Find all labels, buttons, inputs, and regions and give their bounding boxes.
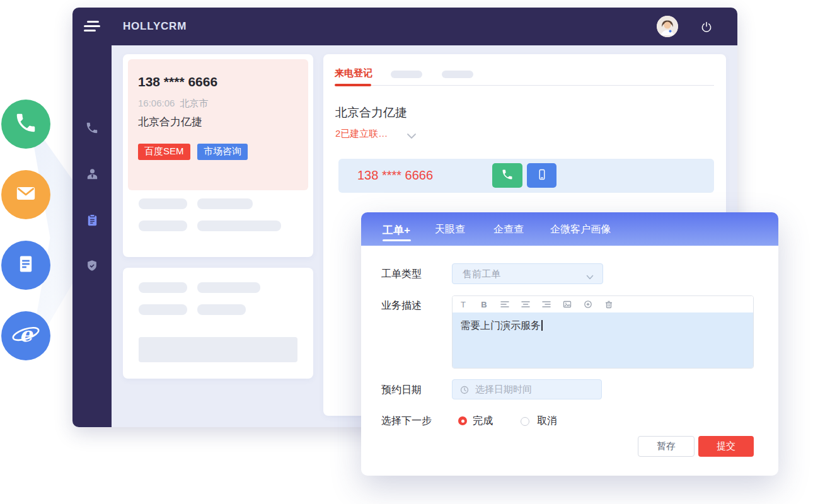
placeholder-bar [197, 282, 260, 293]
tab-placeholder[interactable] [442, 71, 473, 78]
tab-call-register[interactable]: 来电登记 [335, 67, 372, 79]
text-format-icon[interactable]: T [459, 300, 468, 309]
call-button[interactable] [492, 163, 522, 188]
editor-toolbar: T B [453, 296, 753, 312]
register-company: 北京合力亿捷 [335, 105, 407, 121]
phone-icon [14, 111, 38, 137]
tag-baidu-sem: 百度SEM [138, 144, 190, 160]
radio-cancel-label[interactable]: 取消 [537, 415, 557, 428]
call-icon [501, 168, 514, 183]
tab-tianyancha[interactable]: 天眼查 [435, 223, 465, 236]
text-cursor [541, 320, 543, 331]
workorder-type-value: 售前工单 [463, 268, 500, 280]
tab-placeholder[interactable] [391, 71, 422, 78]
incoming-call-card: 138 **** 6666 16:06:06北京市 北京合力亿捷 百度SEM 市… [123, 54, 313, 257]
radio-complete[interactable] [458, 416, 467, 425]
call-meta: 16:06:06北京市 [138, 98, 298, 110]
description-editor: T B 需要上门演示服务 [452, 295, 754, 369]
workorder-popup: 工单+ 天眼查 企查查 企微客户画像 工单类型 售前工单 业务描述 T B [361, 212, 778, 476]
active-tab-underline [383, 239, 411, 241]
svg-text:e: e [20, 322, 34, 346]
field-label-type: 工单类型 [381, 268, 422, 281]
popup-header: 工单+ 天眼查 企查查 企微客户画像 [361, 212, 778, 246]
sidebar-item-contacts[interactable] [72, 163, 112, 188]
tag-market-inquiry: 市场咨询 [197, 144, 248, 160]
sidebar [72, 45, 112, 427]
image-icon[interactable] [563, 300, 572, 309]
caller-number: 138 **** 6666 [138, 74, 298, 89]
tab-qichacha[interactable]: 企查查 [493, 223, 524, 236]
placeholder-bar [139, 304, 187, 315]
divider [335, 85, 714, 86]
mail-icon [13, 181, 38, 209]
caller-company: 北京合力亿捷 [138, 115, 298, 129]
menu-icon[interactable] [84, 21, 101, 32]
launcher-phone-button[interactable] [1, 100, 50, 149]
contacts-icon [85, 167, 100, 184]
register-phone-number: 138 **** 6666 [357, 168, 433, 183]
field-label-next-step: 选择下一步 [381, 415, 432, 428]
power-icon[interactable] [700, 21, 713, 33]
shield-icon [85, 259, 99, 275]
sidebar-item-calls[interactable] [72, 117, 112, 142]
workorder-type-select[interactable]: 售前工单 [452, 263, 603, 284]
field-label-date: 预约日期 [381, 384, 422, 397]
description-textarea[interactable]: 需要上门演示服务 [453, 312, 753, 369]
launcher-mail-button[interactable] [1, 170, 50, 219]
app-title: HOLLYCRM [123, 20, 187, 33]
zoom-in-icon[interactable] [584, 300, 592, 309]
date-placeholder: 选择日期时间 [475, 384, 532, 396]
launcher-form-button[interactable] [1, 241, 50, 290]
clock-icon [460, 386, 469, 397]
date-picker-input[interactable]: 选择日期时间 [452, 379, 602, 399]
launcher-browser-button[interactable]: e [1, 311, 50, 360]
ie-browser-icon: e [11, 320, 40, 352]
bold-icon[interactable]: B [480, 300, 488, 309]
save-draft-button[interactable]: 暂存 [638, 436, 695, 457]
placeholder-bar [139, 198, 187, 209]
phone-icon [85, 121, 99, 137]
page: e HOLLYCRM [0, 0, 813, 504]
field-label-desc: 业务描述 [381, 299, 422, 312]
align-left-icon[interactable] [500, 300, 509, 309]
description-text: 需要上门演示服务 [460, 320, 541, 331]
radio-cancel[interactable] [521, 417, 529, 426]
mobile-call-button[interactable] [527, 163, 556, 188]
placeholder-bar [139, 220, 187, 231]
relation-status[interactable]: 2已建立联… [335, 128, 388, 140]
topbar: HOLLYCRM [72, 8, 737, 45]
align-center-icon[interactable] [521, 300, 530, 309]
placeholder-bar [139, 282, 187, 293]
document-icon [13, 251, 38, 279]
chevron-down-icon[interactable] [407, 130, 417, 142]
trash-icon[interactable] [604, 300, 613, 309]
clipboard-icon [85, 213, 100, 230]
call-city: 北京市 [180, 98, 208, 108]
tag-list: 百度SEM 市场咨询 [138, 144, 298, 160]
mobile-icon [536, 168, 548, 183]
avatar[interactable] [657, 16, 678, 37]
align-right-icon[interactable] [542, 300, 551, 309]
placeholder-bar [197, 304, 246, 315]
tab-workorder[interactable]: 工单+ [383, 223, 410, 238]
secondary-card [123, 268, 313, 379]
sidebar-item-workorders[interactable] [72, 209, 112, 234]
sidebar-item-security[interactable] [72, 255, 112, 280]
chevron-down-icon [586, 272, 594, 283]
call-info-panel: 138 **** 6666 16:06:06北京市 北京合力亿捷 百度SEM 市… [128, 59, 308, 190]
placeholder-bar [197, 198, 253, 209]
placeholder-block [139, 337, 297, 362]
tab-wecom-profile[interactable]: 企微客户画像 [550, 223, 611, 236]
phone-action-bar: 138 **** 6666 [338, 159, 714, 193]
submit-button[interactable]: 提交 [698, 436, 754, 457]
active-tab-underline [335, 84, 371, 86]
placeholder-bar [197, 220, 281, 231]
radio-complete-label[interactable]: 完成 [473, 415, 493, 428]
call-time: 16:06:06 [138, 98, 175, 108]
